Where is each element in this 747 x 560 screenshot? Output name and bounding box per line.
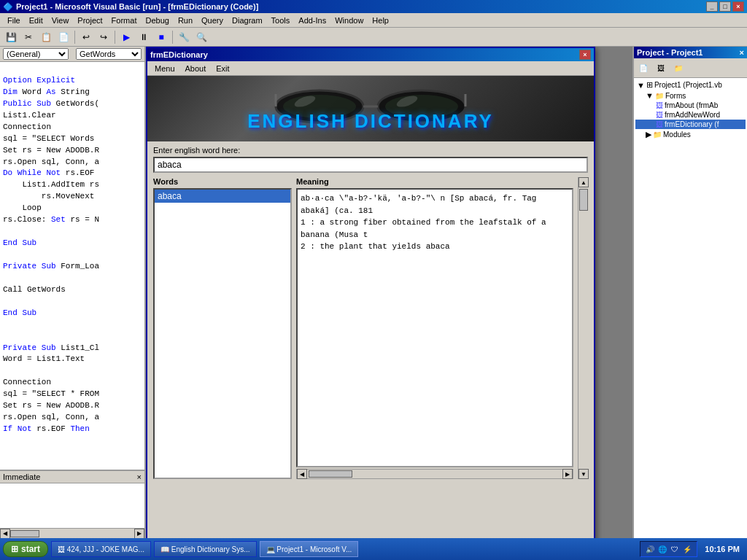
tree-expand-forms: ▼ <box>646 91 654 100</box>
dialog-scrollbar[interactable]: ▲ ▼ <box>578 177 588 479</box>
menu-run[interactable]: Run <box>174 15 197 26</box>
close-button[interactable]: × <box>732 1 744 12</box>
tree-expand-modules: ▶ <box>646 130 651 139</box>
toolbar-btn-4[interactable]: 📄 <box>55 29 71 45</box>
immediate-content[interactable] <box>0 483 144 528</box>
scroll-left-btn[interactable]: ◀ <box>0 529 10 539</box>
dialog-menu-menu[interactable]: Menu <box>150 63 179 74</box>
words-panel: Words abaca <box>153 177 292 479</box>
menu-format[interactable]: Format <box>107 15 142 26</box>
tree-item-frmabout[interactable]: 🖼 frmAbout (frmAb <box>635 101 746 110</box>
taskbar-icon-1: 🖼 <box>58 545 65 553</box>
search-input[interactable] <box>153 157 588 173</box>
code-line: End Sub <box>3 308 142 319</box>
toolbar-btn-3[interactable]: 📋 <box>38 29 54 45</box>
toolbar-btn-8[interactable]: 🔍 <box>193 29 209 45</box>
project-close-btn[interactable]: × <box>740 48 744 57</box>
code-line <box>3 226 142 238</box>
tree-modules-label: Modules <box>663 131 691 139</box>
meaning-content[interactable]: ab·a·ca \"a-b?-'kä, 'a-b?-"\ n [Sp abacá… <box>296 188 573 467</box>
code-line: If Not rs.EOF Then <box>3 424 142 435</box>
tree-item-frmaddnewword[interactable]: 🖼 frmAddNewWord <box>635 110 746 120</box>
menu-edit[interactable]: Edit <box>25 15 47 26</box>
dialog-menu-exit[interactable]: Exit <box>212 63 233 74</box>
proc-combo[interactable]: GetWords <box>76 48 142 60</box>
meaning-scroll-right[interactable]: ▶ <box>562 469 573 479</box>
dialog-close-btn[interactable]: × <box>579 50 591 60</box>
tree-forms-label: Forms <box>665 92 686 100</box>
meaning-scrollbar[interactable]: ◀ ▶ <box>296 469 573 479</box>
minimize-button[interactable]: _ <box>706 1 718 12</box>
menu-bar: File Edit View Project Format Debug Run … <box>0 13 747 28</box>
immediate-panel: Immediate × <box>0 470 144 528</box>
menu-addins[interactable]: Add-Ins <box>294 15 330 26</box>
scroll-thumb[interactable] <box>10 530 39 537</box>
modules-folder-icon: 📁 <box>653 131 662 139</box>
dialog-scroll-down[interactable]: ▼ <box>578 469 589 479</box>
toolbar-btn-pause[interactable]: ⏸ <box>136 29 152 45</box>
search-label: Enter english word here: <box>153 146 588 155</box>
code-line: Loop <box>3 203 142 214</box>
taskbar-label-1: 424, JJJ - JOKE MAG... <box>67 545 144 553</box>
toolbar-btn-6[interactable]: ↪ <box>96 29 112 45</box>
dialog-menu: Menu About Exit <box>147 61 594 76</box>
tree-item-modules[interactable]: ▶ 📁 Modules <box>635 129 746 140</box>
tree-item-project[interactable]: ▼ ⊞ Project1 (Project1.vb <box>635 79 746 90</box>
code-line: sql = "SELECT * FROM <box>3 389 142 400</box>
dialog-scroll-up[interactable]: ▲ <box>578 177 589 187</box>
code-line: Connection <box>3 377 142 389</box>
taskbar-right: 🔊 🌐 🛡 ⚡ 10:16 PM <box>640 541 744 557</box>
taskbar-item-joke[interactable]: 🖼 424, JJJ - JOKE MAG... <box>51 541 151 557</box>
frm-about-icon: 🖼 <box>656 101 663 109</box>
menu-tools[interactable]: Tools <box>267 15 295 26</box>
toolbar-btn-5[interactable]: ↩ <box>78 29 94 45</box>
toolbar-btn-7[interactable]: 🔧 <box>176 29 192 45</box>
dialog-menu-about[interactable]: About <box>181 63 211 74</box>
toolbar-btn-1[interactable]: 💾 <box>3 29 19 45</box>
menu-diagram[interactable]: Diagram <box>228 15 267 26</box>
taskbar-label-3: Project1 - Microsoft V... <box>276 545 352 553</box>
scroll-right-btn[interactable]: ▶ <box>134 529 144 539</box>
title-bar-buttons: _ □ × <box>706 1 744 12</box>
word-item[interactable]: abaca <box>155 190 290 203</box>
windows-logo: ⊞ <box>11 544 18 554</box>
meaning-scroll-thumb[interactable] <box>309 470 352 478</box>
banner-title-text: ENGLISH DICTIONARY <box>247 110 494 133</box>
code-body[interactable]: Option Explicit Dim Word As String Publi… <box>0 62 144 470</box>
menu-query[interactable]: Query <box>197 15 228 26</box>
dialog-scroll-thumb[interactable] <box>579 189 588 211</box>
taskbar-item-dict[interactable]: 📖 English Dictionary Sys... <box>154 541 257 557</box>
tray-icon-4: ⚡ <box>682 544 692 554</box>
menu-window[interactable]: Window <box>330 15 368 26</box>
code-line: rs.MoveNext <box>3 191 142 203</box>
start-button[interactable]: ⊞ start <box>3 541 48 557</box>
project-view-object[interactable]: 🖼 <box>653 60 669 76</box>
toolbar-btn-2[interactable]: ✂ <box>20 29 36 45</box>
taskbar-item-vb[interactable]: 💻 Project1 - Microsoft V... <box>260 541 359 557</box>
dialog-title-text: frmEDictionary <box>150 50 208 59</box>
immediate-close[interactable]: × <box>137 472 142 481</box>
menu-file[interactable]: File <box>3 15 25 26</box>
toolbar-btn-stop[interactable]: ■ <box>153 29 169 45</box>
menu-debug[interactable]: Debug <box>141 15 173 26</box>
project-toggle-folders[interactable]: 📁 <box>670 60 686 76</box>
object-combo[interactable]: (General) <box>3 48 69 60</box>
menu-view[interactable]: View <box>47 15 74 26</box>
code-line: Private Sub Form_Loa <box>3 261 142 273</box>
tree-item-forms[interactable]: ▼ 📁 Forms <box>635 90 746 101</box>
toolbar-btn-run[interactable]: ▶ <box>118 29 134 45</box>
taskbar: ⊞ start 🖼 424, JJJ - JOKE MAG... 📖 Engli… <box>0 538 747 560</box>
words-list[interactable]: abaca <box>153 188 292 479</box>
tree-item-frmedictionary[interactable]: 🖼 frmEDictionary (f <box>635 120 746 129</box>
menu-project[interactable]: Project <box>73 15 107 26</box>
project-panel: Project - Project1 × 📄 🖼 📁 ▼ ⊞ Project1 … <box>632 47 747 538</box>
meaning-header: Meaning <box>296 177 573 186</box>
project-view-code[interactable]: 📄 <box>635 60 651 76</box>
start-label: start <box>21 544 40 554</box>
restore-button[interactable]: □ <box>719 1 731 12</box>
taskbar-icon-3: 💻 <box>266 545 275 553</box>
h-scrollbar[interactable]: ◀ ▶ <box>0 528 144 538</box>
menu-help[interactable]: Help <box>368 15 393 26</box>
code-line: sql = "SELECT Words <box>3 133 142 145</box>
meaning-scroll-left[interactable]: ◀ <box>297 469 307 479</box>
